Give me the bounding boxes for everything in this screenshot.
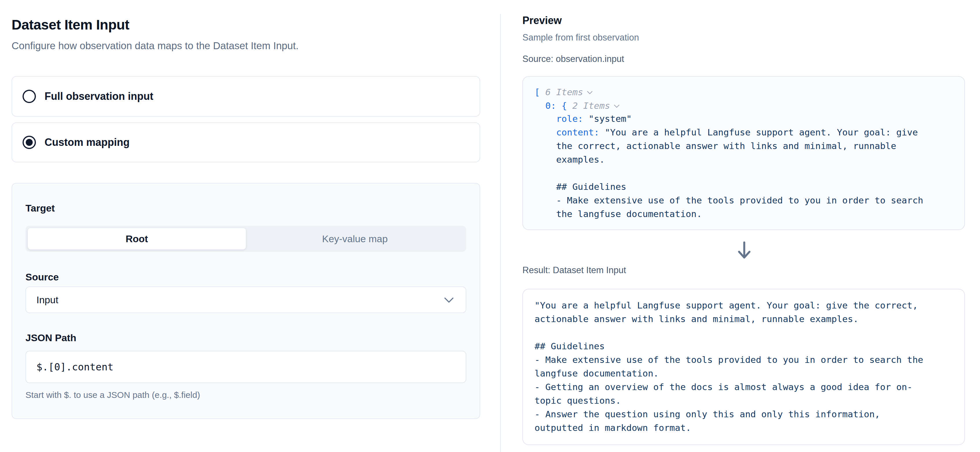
code-segment-value: the correct, actionable answer with link…	[556, 141, 896, 151]
code-segment-value: - Make extensive use of the tools provid…	[556, 195, 923, 205]
json-path-helper-text: Start with $. to use a JSON path (e.g., …	[25, 390, 466, 400]
chevron-down-icon	[444, 294, 454, 306]
result-caption: Result: Dataset Item Input	[522, 265, 626, 275]
page-title: Dataset Item Input	[11, 17, 129, 33]
page-subtitle: Configure how observation data maps to t…	[11, 40, 299, 51]
code-segment-value: the langfuse documentation.	[556, 208, 702, 219]
code-line: content: "You are a helpful Langfuse sup…	[535, 126, 953, 139]
code-segment-value: "You are a helpful Langfuse support agen…	[605, 127, 918, 137]
code-segment-key: role:	[556, 113, 589, 124]
target-label: Target	[25, 202, 466, 214]
code-line: ## Guidelines	[535, 339, 953, 353]
code-line: topic questions.	[535, 394, 953, 407]
custom-mapping-card: Target Root Key-value map Source Input J…	[11, 183, 480, 419]
radio-card-custom-mapping[interactable]: Custom mapping	[11, 123, 480, 162]
code-segment-meta: 2 Items	[573, 100, 610, 111]
code-line: actionable answer with links and minimal…	[535, 312, 953, 326]
panel-divider	[500, 14, 501, 452]
radio-label: Full observation input	[45, 90, 153, 102]
code-line: examples.	[535, 153, 953, 166]
source-label: Source	[25, 271, 466, 283]
json-path-input[interactable]	[25, 351, 466, 383]
code-segment-meta: 6 Items	[540, 87, 583, 97]
code-line: role: "system"	[535, 112, 953, 126]
chevron-down-icon[interactable]	[614, 99, 620, 112]
code-line: "You are a helpful Langfuse support agen…	[535, 299, 953, 312]
tab-key-value-map[interactable]: Key-value map	[246, 228, 464, 250]
code-line: the correct, actionable answer with link…	[535, 139, 953, 153]
preview-title: Preview	[522, 14, 562, 27]
code-line: 0: { 2 Items	[535, 99, 953, 112]
code-segment-value: "system"	[589, 113, 632, 124]
code-line: ## Guidelines	[535, 180, 953, 194]
code-segment-key: 0:	[545, 100, 562, 111]
preview-source-caption: Source: observation.input	[522, 54, 624, 64]
result-text-viewer: "You are a helpful Langfuse support agen…	[522, 289, 965, 445]
tab-root[interactable]: Root	[28, 228, 246, 250]
radio-card-full-observation-input[interactable]: Full observation input	[11, 76, 480, 117]
observation-input-json-viewer: [ 6 Items0: { 2 Itemsrole: "system"conte…	[522, 76, 965, 230]
chevron-down-icon[interactable]	[587, 85, 593, 99]
radio-selected-dot	[26, 139, 33, 146]
code-segment-value: ## Guidelines	[556, 181, 627, 192]
code-segment-key: content:	[556, 127, 605, 137]
preview-subtitle: Sample from first observation	[522, 32, 639, 43]
target-tabs: Root Key-value map	[25, 226, 466, 252]
code-line: - Getting an overview of the docs is alm…	[535, 380, 953, 394]
code-line: outputted in markdown format.	[535, 421, 953, 434]
radio-icon-full-observation-input[interactable]	[22, 90, 36, 103]
code-line: the langfuse documentation.	[535, 207, 953, 221]
json-path-label: JSON Path	[25, 332, 466, 344]
arrow-down-icon	[736, 241, 753, 260]
code-segment-value: examples.	[556, 154, 605, 165]
code-segment-bracket: [	[535, 87, 540, 97]
source-select-value: Input	[37, 294, 59, 306]
source-select[interactable]: Input	[25, 286, 466, 313]
code-line	[535, 326, 953, 339]
code-segment-bracket: {	[562, 100, 572, 111]
radio-label: Custom mapping	[45, 136, 130, 148]
code-line: - Make extensive use of the tools provid…	[535, 353, 953, 367]
code-line: langfuse documentation.	[535, 367, 953, 380]
code-line: [ 6 Items	[535, 85, 953, 99]
code-line	[535, 166, 953, 180]
code-line: - Make extensive use of the tools provid…	[535, 194, 953, 207]
radio-icon-custom-mapping[interactable]	[22, 136, 36, 149]
code-line: - Answer the question using only this an…	[535, 407, 953, 421]
